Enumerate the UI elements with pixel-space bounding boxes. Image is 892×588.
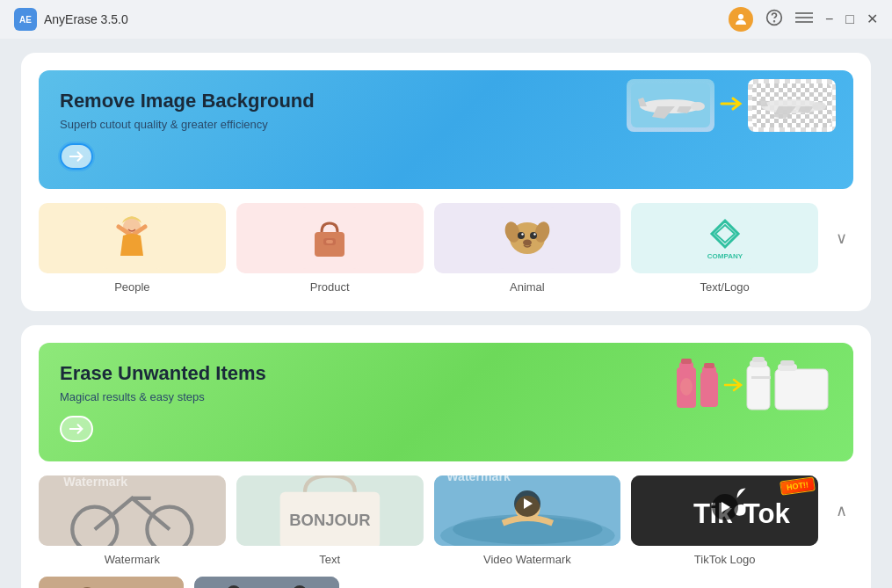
main-content: Remove Image Background Superb cutout qu… xyxy=(0,39,892,588)
svg-text:Watermark: Watermark xyxy=(63,475,127,489)
bottom-people[interactable] xyxy=(39,577,184,588)
svg-rect-46 xyxy=(700,372,718,407)
video-thumbnail: Watermark xyxy=(434,475,621,546)
svg-rect-53 xyxy=(775,369,828,410)
svg-point-0 xyxy=(738,14,743,19)
help-icon[interactable] xyxy=(765,9,783,31)
animal-thumbnail xyxy=(434,203,621,273)
category-animal[interactable]: Animal xyxy=(434,203,621,294)
people-label: People xyxy=(114,280,149,294)
eraser-grid: Watermark Watermark BONJOUR xyxy=(39,475,853,566)
category-items: People xyxy=(39,203,818,294)
menu-icon[interactable] xyxy=(795,11,813,29)
close-button[interactable]: ✕ xyxy=(867,12,878,26)
text-label: Text xyxy=(319,553,340,566)
product-label: Product xyxy=(310,280,350,294)
minimize-button[interactable]: − xyxy=(825,12,833,26)
text-thumbnail: BONJOUR xyxy=(236,475,424,546)
eraser-video[interactable]: Watermark Video Watermark xyxy=(434,475,621,566)
category-product[interactable]: Product xyxy=(236,203,424,294)
car-bottom-thumbnail xyxy=(194,577,339,588)
chevron-up-button[interactable]: ∧ xyxy=(829,475,853,546)
svg-rect-48 xyxy=(704,363,714,368)
svg-point-34 xyxy=(530,232,537,239)
bottom-row xyxy=(39,577,853,588)
textlogo-label: Text/Logo xyxy=(700,280,749,294)
svg-point-33 xyxy=(518,232,525,239)
svg-point-37 xyxy=(523,240,532,246)
erase-card: Erase Unwanted Items Magical results & e… xyxy=(21,325,871,588)
plane-after xyxy=(748,79,836,132)
titlebar: AE AnyErase 3.5.0 − □ xyxy=(0,0,892,39)
svg-rect-78 xyxy=(194,577,339,588)
svg-rect-44 xyxy=(681,359,692,364)
chevron-down-button[interactable]: ∨ xyxy=(829,203,853,273)
svg-point-35 xyxy=(521,233,523,235)
remove-bg-arrow-button[interactable] xyxy=(60,143,93,170)
eraser-watermark[interactable]: Watermark Watermark xyxy=(39,475,226,566)
category-grid: People xyxy=(39,203,853,294)
svg-point-2 xyxy=(774,20,775,21)
svg-text:COMPANY: COMPANY xyxy=(707,252,743,260)
svg-rect-52 xyxy=(751,376,771,379)
svg-rect-49 xyxy=(747,366,770,410)
svg-marker-68 xyxy=(524,498,533,509)
svg-point-11 xyxy=(691,102,705,111)
animal-label: Animal xyxy=(510,280,545,294)
app-title: AnyErase 3.5.0 xyxy=(44,12,128,26)
eraser-text[interactable]: BONJOUR Text xyxy=(236,475,424,566)
textlogo-thumbnail: COMPANY xyxy=(631,203,818,273)
transform-arrow xyxy=(720,95,743,117)
watermark-thumbnail: Watermark xyxy=(39,475,226,546)
eraser-tiktok[interactable]: Tik Tok HOT!! TikTok Logo xyxy=(631,475,818,566)
svg-text:Watermark: Watermark xyxy=(446,475,511,483)
app-logo: AE xyxy=(14,8,37,31)
category-textlogo[interactable]: COMPANY Text/Logo xyxy=(631,203,818,294)
erase-arrow-button[interactable] xyxy=(60,416,93,442)
titlebar-left: AE AnyErase 3.5.0 xyxy=(14,8,128,31)
erase-banner-image xyxy=(672,350,839,420)
remove-bg-card: Remove Image Background Superb cutout qu… xyxy=(21,53,871,311)
svg-rect-55 xyxy=(780,360,794,366)
avatar-icon[interactable] xyxy=(729,7,753,32)
svg-point-45 xyxy=(680,378,693,396)
svg-point-20 xyxy=(812,102,826,111)
erase-banner: Erase Unwanted Items Magical results & e… xyxy=(39,343,853,461)
video-watermark-label: Video Watermark xyxy=(483,553,571,566)
svg-marker-72 xyxy=(722,502,730,512)
category-people[interactable]: People xyxy=(39,203,226,294)
svg-rect-51 xyxy=(752,357,765,362)
bottom-car[interactable] xyxy=(194,577,339,588)
product-thumbnail xyxy=(236,203,424,273)
maximize-button[interactable]: □ xyxy=(845,12,854,26)
svg-text:BONJOUR: BONJOUR xyxy=(289,511,370,529)
svg-rect-28 xyxy=(326,240,333,243)
svg-point-36 xyxy=(533,233,535,235)
people-bottom-thumbnail xyxy=(39,577,184,588)
svg-rect-73 xyxy=(39,577,184,588)
titlebar-controls: − □ ✕ xyxy=(729,7,878,32)
plane-before xyxy=(627,79,714,132)
eraser-items: Watermark Watermark BONJOUR xyxy=(39,475,818,566)
banner-image xyxy=(627,79,836,132)
tiktok-label: TikTok Logo xyxy=(694,553,756,566)
tiktok-thumbnail: Tik Tok HOT!! xyxy=(631,475,818,546)
people-thumbnail xyxy=(39,203,226,273)
remove-bg-banner: Remove Image Background Superb cutout qu… xyxy=(39,70,853,189)
svg-text:Tok: Tok xyxy=(743,498,791,529)
watermark-label: Watermark xyxy=(105,553,160,566)
